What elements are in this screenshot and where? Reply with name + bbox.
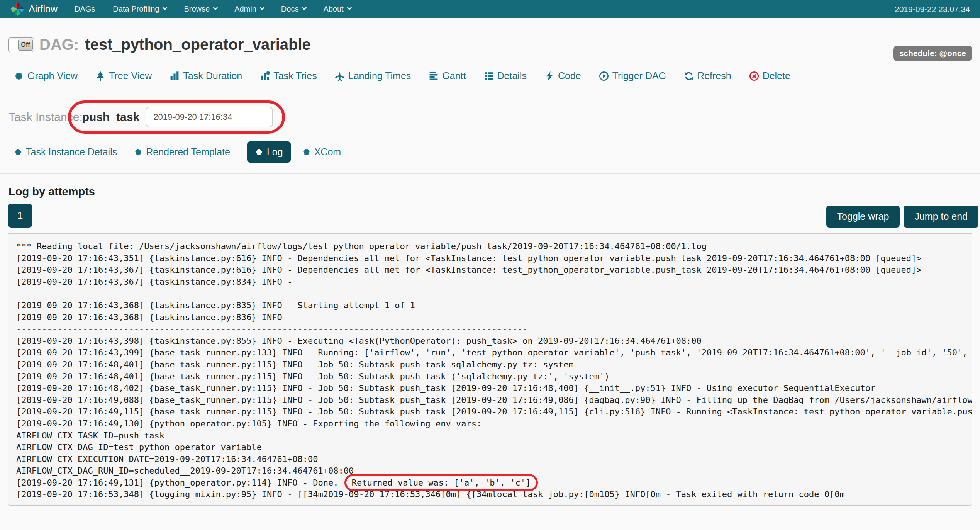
nav-item-dags[interactable]: DAGs [75,5,95,14]
dag-tab-label: Task Tries [273,70,317,82]
dag-tab-label: Trigger DAG [612,70,666,82]
log-line-prefix: [2019-09-20 17:16:49,131] {python_operat… [16,478,344,488]
nav-item-label: Docs [281,5,299,14]
log-line: AIRFLOW_CTX_DAG_ID=test_python_operator_… [16,442,972,454]
log-line: [2019-09-20 17:16:49,130] {python_operat… [16,418,972,430]
starburst-icon [134,148,142,156]
subtab-log[interactable]: Log [247,141,291,163]
refresh-icon [684,71,694,81]
starburst-icon [14,148,22,156]
attempts-row: 1 Toggle wrap Jump to end [8,204,978,228]
log-line: *** Reading local file: /Users/jacksonsh… [16,241,972,253]
log-line: ----------------------------------------… [16,323,972,335]
starburst-icon [255,148,263,156]
airflow-brand[interactable]: Airflow [10,2,58,17]
th-list-icon [484,71,494,81]
chevron-down-icon [163,5,168,10]
log-section-title: Log by attempts [8,185,980,198]
log-buttons: Toggle wrap Jump to end [826,206,978,228]
nav-item-label: Data Profiling [113,5,159,14]
bar-chart-flag-icon [260,71,270,81]
nav-item-label: DAGs [75,5,95,14]
dag-tab-code[interactable]: Code [544,70,581,82]
log-line: [2019-09-20 17:16:49,115] {base_task_run… [16,406,972,418]
annotation-circle-task-instance: push_task [68,100,285,134]
dag-tab-label: Gantt [442,70,466,82]
dag-tab-task-duration[interactable]: Task Duration [170,70,242,82]
log-line: AIRFLOW_CTX_EXECUTION_DATE=2019-09-20T17… [16,454,972,465]
dag-tab-label: Landing Times [348,70,411,82]
subtab-rendered-template[interactable]: Rendered Template [134,146,230,158]
dag-header: Off DAG: test_python_operator_variable [8,36,972,53]
dag-tab-delete[interactable]: Delete [749,70,790,82]
log-line: [2019-09-20 17:16:49,088] {base_task_run… [16,394,972,406]
toggle-wrap-button[interactable]: Toggle wrap [826,206,900,228]
dag-prefix-label: DAG: [39,36,79,53]
log-line: [2019-09-20 17:16:43,368] {taskinstance.… [16,300,972,312]
nav-item-data-profiling[interactable]: Data Profiling [113,5,166,14]
divider [0,173,980,174]
log-line: [2019-09-20 17:16:48,402] {base_task_run… [16,382,972,394]
nav-item-docs[interactable]: Docs [281,5,306,14]
log-line: [2019-09-20 17:16:48,401] {base_task_run… [16,371,972,383]
dag-tab-label: Tree View [109,70,152,82]
page-title: test_python_operator_variable [85,36,311,53]
task-id: push_task [82,110,139,124]
subtab-label: Task Instance Details [26,146,117,158]
task-instance-subtabs: Task Instance DetailsRendered TemplateLo… [14,141,980,163]
dag-tab-trigger-dag[interactable]: Trigger DAG [599,70,666,82]
subtab-label: Rendered Template [146,146,230,158]
chevron-down-icon [259,5,264,10]
dag-view-tabs: Graph ViewTree ViewTask DurationTask Tri… [14,70,980,82]
subtab-label: Log [267,146,283,158]
dag-tab-refresh[interactable]: Refresh [684,70,731,82]
top-navbar: Airflow DAGsData ProfilingBrowseAdminDoc… [0,0,980,18]
dag-tab-gantt[interactable]: Gantt [429,70,466,82]
dag-tab-task-tries[interactable]: Task Tries [260,70,317,82]
bar-chart-icon [170,71,180,81]
attempt-1-tab[interactable]: 1 [8,204,32,228]
task-instance-row: Task Instance: push_task [8,100,980,134]
dag-tab-label: Task Duration [183,70,242,82]
dag-pause-toggle[interactable]: Off [8,37,34,52]
chevron-down-icon [302,5,307,10]
log-line: ----------------------------------------… [16,288,972,300]
dag-pause-toggle-label: Off [18,39,33,51]
utc-clock: 2019-09-22 23:07:34 [895,5,970,14]
nav-item-label: Admin [234,5,256,14]
starburst-icon [14,71,24,81]
nav-item-about[interactable]: About [323,5,350,14]
schedule-badge: schedule: @once [893,46,972,61]
subtab-label: XCom [314,146,341,158]
jump-to-end-button[interactable]: Jump to end [904,206,978,228]
dag-tab-label: Graph View [27,70,78,82]
subtab-xcom[interactable]: XCom [302,146,341,158]
log-line: [2019-09-20 17:16:43,368] {taskinstance.… [16,312,972,324]
chevron-down-icon [347,5,352,10]
execution-date-input[interactable] [146,107,273,127]
log-line: [2019-09-20 17:16:48,401] {base_task_run… [16,359,972,371]
log-line: [2019-09-20 17:16:49,131] {python_operat… [16,477,972,489]
log-line: [2019-09-20 17:16:53,348] {logging_mixin… [16,489,972,501]
dag-tab-tree-view[interactable]: Tree View [95,70,152,82]
log-line: AIRFLOW_CTX_TASK_ID=push_task [16,430,972,442]
dag-tab-graph-view[interactable]: Graph View [14,70,78,82]
dag-tab-label: Code [558,70,581,82]
subtab-task-instance-details[interactable]: Task Instance Details [14,146,117,158]
log-output[interactable]: *** Reading local file: /Users/jacksonsh… [8,233,972,506]
nav-item-admin[interactable]: Admin [234,5,263,14]
divider [0,95,980,95]
dag-tab-landing-times[interactable]: Landing Times [335,70,411,82]
log-line: [2019-09-20 17:16:43,367] {taskinstance.… [16,276,972,288]
log-line: [2019-09-20 17:16:43,351] {taskinstance.… [16,253,972,265]
dag-tab-label: Refresh [697,70,731,82]
dag-tab-label: Details [497,70,527,82]
dag-tab-details[interactable]: Details [484,70,527,82]
nav-item-label: About [323,5,343,14]
nav-item-browse[interactable]: Browse [184,5,217,14]
starburst-icon [302,148,311,156]
align-left-icon [429,71,439,81]
plane-icon [335,71,345,81]
log-line: [2019-09-20 17:16:43,399] {base_task_run… [16,347,972,359]
nav-item-label: Browse [184,5,210,14]
